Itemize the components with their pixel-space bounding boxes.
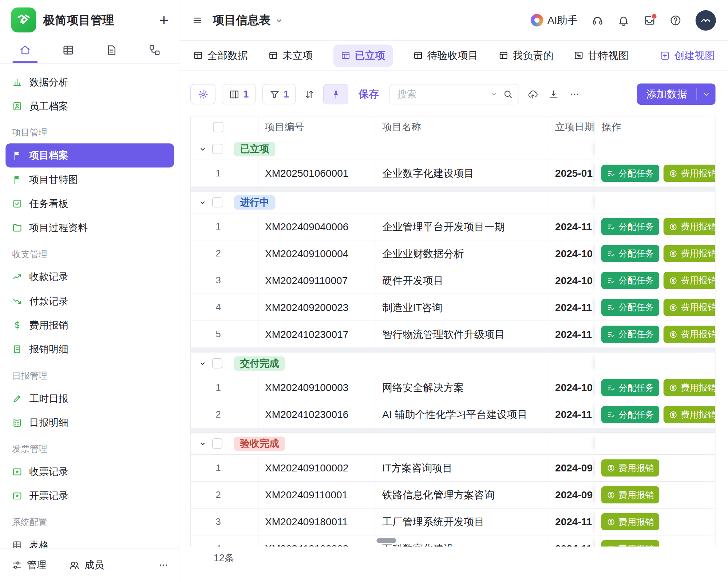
help-button[interactable] [669, 14, 681, 26]
table-row[interactable]: 3XM202409110007硬件开发项目2024-10分配任务费用报销 [191, 267, 715, 294]
search-scope-chevron-icon[interactable] [490, 90, 498, 98]
horizontal-scrollbar-thumb[interactable] [376, 538, 396, 543]
project-name-cell[interactable]: IT方案咨询项目 [376, 455, 549, 481]
group-checkbox[interactable] [212, 358, 222, 368]
collapse-group-button[interactable] [199, 359, 207, 367]
view-tab[interactable]: 甘特视图 [574, 48, 629, 62]
project-name-cell[interactable]: 万科数字化建设 [376, 535, 549, 547]
column-header-date[interactable]: 立项日期 [549, 116, 595, 138]
expense-claim-button[interactable]: 费用报销 [664, 299, 715, 316]
sidebar-item-calc[interactable]: 日报明细 [5, 411, 174, 435]
collapse-group-button[interactable] [199, 198, 207, 206]
import-button[interactable] [526, 84, 540, 104]
sidebar-item-badge[interactable]: 员工档案 [5, 94, 174, 118]
collapse-sidebar-button[interactable] [192, 15, 202, 25]
project-date-cell[interactable]: 2024-11 [549, 321, 595, 348]
inbox-button[interactable] [644, 14, 656, 26]
view-tab[interactable]: 待验收项目 [413, 48, 478, 62]
notifications-button[interactable] [617, 14, 629, 26]
members-button[interactable]: 成员 [69, 559, 104, 572]
project-name-cell[interactable]: 智行物流管理软件升级项目 [376, 321, 549, 348]
project-date-cell[interactable]: 2024-09 [549, 482, 595, 508]
project-date-cell[interactable]: 2024-11 [549, 214, 595, 240]
table-switcher-button[interactable] [274, 16, 284, 25]
create-view-button[interactable]: 创建视图 [660, 48, 715, 62]
sidebar-item-folder[interactable]: 项目过程资料 [5, 216, 174, 240]
collapse-group-button[interactable] [199, 145, 207, 153]
sidebar-item-flag[interactable]: 项目档案 [5, 143, 174, 167]
project-code-cell[interactable]: XM202409200023 [259, 294, 376, 321]
project-code-cell[interactable]: XM202410230017 [259, 321, 376, 348]
add-workspace-button[interactable]: + [159, 12, 169, 28]
project-date-cell[interactable]: 2024-10 [549, 240, 595, 267]
column-header-name[interactable]: 项目名称 [376, 116, 549, 138]
table-row[interactable]: 1XM202409100002IT方案咨询项目2024-09费用报销 [191, 455, 715, 482]
nav-tab-tables[interactable] [53, 37, 84, 63]
manage-button[interactable]: 管理 [11, 559, 47, 572]
sidebar-more-button[interactable] [158, 560, 169, 570]
toolbar-more-button[interactable] [567, 84, 582, 104]
sidebar-item-trenddown[interactable]: 付款记录 [5, 289, 174, 313]
add-data-button[interactable]: 添加数据 [637, 84, 716, 105]
table-row[interactable]: 2XM202409110001铁路信息化管理方案咨询2024-09费用报销 [191, 482, 715, 509]
project-code-cell[interactable]: XM202409100004 [259, 240, 376, 267]
project-code-cell[interactable]: XM202501060001 [259, 160, 376, 187]
filter-button[interactable]: 1 [262, 84, 296, 104]
project-name-cell[interactable]: 工厂管理系统开发项目 [376, 509, 549, 535]
sidebar-item-kanban[interactable]: 任务看板 [5, 192, 174, 216]
project-code-cell[interactable]: XM202410100003 [259, 535, 376, 547]
assign-task-button[interactable]: 分配任务 [601, 379, 659, 396]
search-box[interactable] [389, 84, 519, 104]
expense-claim-button[interactable]: 费用报销 [664, 379, 715, 396]
row-settings-button[interactable] [190, 84, 215, 104]
assign-task-button[interactable]: 分配任务 [601, 406, 659, 423]
view-tab[interactable]: 我负责的 [499, 48, 554, 62]
assign-task-button[interactable]: 分配任务 [601, 299, 659, 316]
project-code-cell[interactable]: XM202409040006 [259, 214, 376, 240]
assign-task-button[interactable]: 分配任务 [601, 326, 659, 343]
expense-claim-button[interactable]: 费用报销 [664, 406, 715, 423]
assign-task-button[interactable]: 分配任务 [601, 245, 659, 262]
project-date-cell[interactable]: 2024-10 [549, 374, 595, 401]
sidebar-item-grid[interactable]: 表格 [5, 533, 174, 548]
project-name-cell[interactable]: 企业数字化建设项目 [376, 160, 549, 187]
project-code-cell[interactable]: XM202409180011 [259, 509, 376, 535]
column-header-code[interactable]: 项目编号 [259, 116, 376, 138]
expense-claim-button[interactable]: 费用报销 [664, 326, 715, 343]
project-date-cell[interactable]: 2024-10 [549, 267, 595, 294]
sidebar-item-flag[interactable]: 项目甘特图 [5, 167, 174, 191]
project-code-cell[interactable]: XM202409100002 [259, 455, 376, 481]
project-code-cell[interactable]: XM202409100003 [259, 374, 376, 401]
table-row[interactable]: 2XM202410230016AI 辅助个性化学习平台建设项目2024-11分配… [191, 401, 715, 428]
table-row[interactable]: 4XM202409200023制造业IT咨询2024-11分配任务费用报销 [191, 294, 715, 321]
pin-button[interactable] [323, 84, 348, 104]
sidebar-item-ticket[interactable]: 收票记录 [5, 460, 174, 484]
ai-assistant-button[interactable]: AI助手 [531, 13, 578, 27]
add-data-dropdown[interactable] [697, 90, 716, 98]
project-name-cell[interactable]: 铁路信息化管理方案咨询 [376, 482, 549, 508]
table-row[interactable]: 1XM202409100003网络安全解决方案2024-10分配任务费用报销 [191, 374, 715, 401]
expense-claim-button[interactable]: 费用报销 [601, 486, 659, 503]
project-code-cell[interactable]: XM202409110007 [259, 267, 376, 294]
view-tab[interactable]: 未立项 [268, 48, 313, 62]
project-code-cell[interactable]: XM202410230016 [259, 401, 376, 428]
table-row[interactable]: 5XM202410230017智行物流管理软件升级项目2024-11分配任务费用… [191, 321, 715, 348]
project-name-cell[interactable]: 硬件开发项目 [376, 267, 549, 294]
project-date-cell[interactable]: 2024-09 [549, 455, 595, 481]
sidebar-item-ticket[interactable]: 开票记录 [5, 484, 174, 508]
project-code-cell[interactable]: XM202409110001 [259, 482, 376, 508]
table-row[interactable]: 1XM202501060001企业数字化建设项目2025-01分配任务费用报销 [191, 160, 715, 187]
project-date-cell[interactable]: 2025-01 [549, 160, 595, 187]
project-date-cell[interactable]: 2024-11 [549, 509, 595, 535]
expense-claim-button[interactable]: 费用报销 [664, 272, 715, 289]
nav-tab-workflow[interactable] [139, 37, 170, 63]
expense-claim-button[interactable]: 费用报销 [601, 540, 659, 547]
sidebar-item-trendup[interactable]: 收款记录 [5, 265, 174, 289]
project-date-cell[interactable]: 2024-11 [549, 294, 595, 321]
expense-claim-button[interactable]: 费用报销 [664, 218, 715, 235]
nav-tab-docs[interactable] [96, 37, 127, 63]
sidebar-item-dollar[interactable]: 费用报销 [5, 313, 174, 337]
assign-task-button[interactable]: 分配任务 [601, 272, 659, 289]
expense-claim-button[interactable]: 费用报销 [601, 459, 659, 477]
export-button[interactable] [547, 84, 561, 104]
